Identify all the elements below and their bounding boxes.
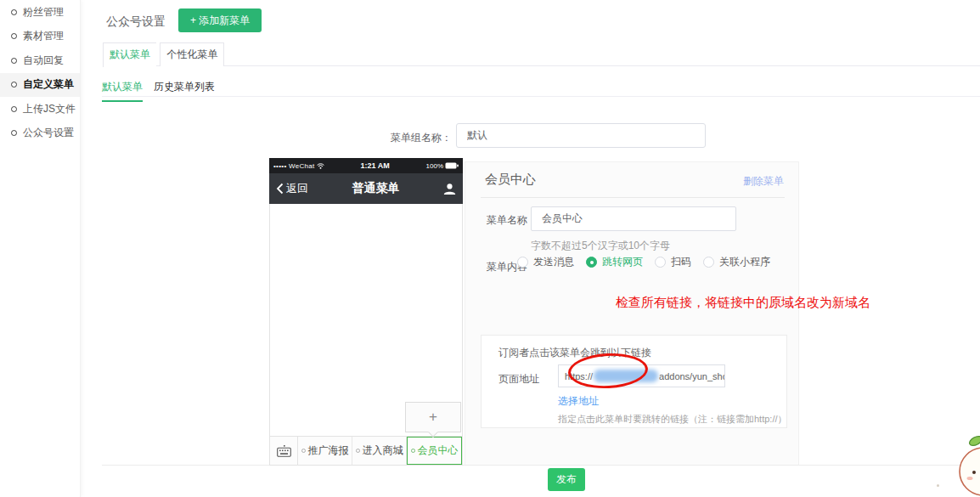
phone-nav-title: 普通菜单 <box>308 181 443 196</box>
battery-percent: 100% <box>426 162 443 170</box>
menu-item-label: 会员中心 <box>418 443 459 458</box>
keyboard-icon <box>277 445 291 457</box>
sidebar-item-label: 上传JS文件 <box>23 102 76 116</box>
menu-name-hint: 字数不超过5个汉字或10个字母 <box>531 239 670 253</box>
radio-scan-code[interactable]: 扫码 <box>655 255 691 269</box>
radio-icon <box>586 257 597 268</box>
phone-nav-bar: 返回 普通菜单 <box>269 173 463 204</box>
menu-dot-icon <box>356 449 360 453</box>
sidebar-item-account-settings[interactable]: 公众号设置 <box>0 121 80 146</box>
link-settings-box: 订阅者点击该菜单会跳到以下链接 页面地址 https:// addons/yun… <box>481 335 787 428</box>
url-suffix: addons/yun_shop/? <box>659 371 725 381</box>
carrier-label: ••••• WeChat <box>273 162 324 170</box>
sidebar-item-custom-menu[interactable]: 自定义菜单 <box>0 73 80 98</box>
page-url-input[interactable]: https:// addons/yun_shop/? <box>558 364 725 387</box>
wifi-icon <box>317 163 324 169</box>
subnav-divider <box>102 96 980 97</box>
sidebar-item-label: 公众号设置 <box>23 126 74 140</box>
add-submenu-button[interactable]: + <box>405 402 461 432</box>
user-icon <box>443 183 456 195</box>
publish-button[interactable]: 发布 <box>548 468 585 491</box>
circle-bullet-icon <box>11 106 17 112</box>
delete-menu-link[interactable]: 删除菜单 <box>743 174 784 189</box>
sidebar-item-upload-js[interactable]: 上传JS文件 <box>0 97 80 121</box>
speck <box>937 484 939 487</box>
radio-label: 发送消息 <box>533 255 574 269</box>
radio-label: 扫码 <box>671 255 691 269</box>
sidebar-item-auto-reply[interactable]: 自动回复 <box>0 48 80 73</box>
clock-label: 1:21 AM <box>324 161 426 170</box>
menu-item-poster[interactable]: 推广海报 <box>298 437 352 465</box>
back-label: 返回 <box>286 181 308 196</box>
sidebar-item-fans[interactable]: 粉丝管理 <box>0 0 80 25</box>
url-prefix: https:// <box>565 371 593 381</box>
back-button: 返回 <box>276 181 308 196</box>
radio-label: 跳转网页 <box>602 255 643 269</box>
mascot-widget[interactable] <box>953 430 980 497</box>
radio-send-message[interactable]: 发送消息 <box>517 255 574 269</box>
phone-preview: ••••• WeChat 1:21 AM 100% 返回 普通菜单 <box>269 158 463 466</box>
menu-item-member-center[interactable]: 会员中心 <box>407 437 462 465</box>
menu-content-options: 发送消息 跳转网页 扫码 关联小程序 <box>517 255 782 269</box>
phone-menu-bar: 推广海报 进入商城 会员中心 <box>269 436 463 466</box>
mascot-head <box>960 448 980 495</box>
sidebar-item-label: 自定义菜单 <box>23 77 74 92</box>
menu-editor-panel: 会员中心 删除菜单 菜单名称 字数不超过5个汉字或10个字母 菜单内容 发送消息… <box>465 161 799 466</box>
radio-label: 关联小程序 <box>719 255 770 269</box>
sidebar-item-material[interactable]: 素材管理 <box>0 25 80 49</box>
redacted-domain <box>594 370 658 382</box>
keyboard-toggle <box>270 437 298 465</box>
radio-jump-webpage[interactable]: 跳转网页 <box>586 255 643 269</box>
menu-name-label: 菜单名称 <box>487 213 527 228</box>
circle-bullet-icon <box>11 82 17 88</box>
link-box-title: 订阅者点击该菜单会跳到以下链接 <box>498 346 651 360</box>
menu-name-input[interactable] <box>531 206 736 231</box>
url-hint: 指定点击此菜单时要跳转的链接（注：链接需加http://） <box>558 413 787 426</box>
battery-indicator: 100% <box>426 162 459 170</box>
footer-divider <box>102 465 980 466</box>
battery-icon <box>445 162 459 169</box>
tab-bar: 默认菜单 个性化菜单 <box>103 42 980 66</box>
menu-item-label: 推广海报 <box>308 443 349 458</box>
add-new-menu-button[interactable]: + 添加新菜单 <box>178 8 262 32</box>
chevron-left-icon <box>276 183 284 195</box>
subtab-history-menu-list[interactable]: 历史菜单列表 <box>154 80 215 100</box>
circle-bullet-icon <box>11 58 17 64</box>
sidebar-item-label: 素材管理 <box>23 29 64 43</box>
sidebar-item-label: 自动回复 <box>23 54 64 68</box>
radio-icon <box>655 257 666 268</box>
menu-item-label: 进入商城 <box>363 443 403 458</box>
sidebar-item-label: 粉丝管理 <box>23 5 64 20</box>
circle-bullet-icon <box>11 33 17 39</box>
subtab-default-menu[interactable]: 默认菜单 <box>102 80 143 102</box>
menu-group-name-label: 菜单组名称： <box>371 131 452 145</box>
page-url-label: 页面地址 <box>498 372 539 387</box>
editor-divider <box>481 197 785 198</box>
page-title: 公众号设置 <box>106 14 166 30</box>
radio-icon <box>703 257 714 268</box>
sprout-leaves <box>968 432 980 448</box>
editor-title: 会员中心 <box>485 172 536 188</box>
radio-icon <box>517 257 528 268</box>
sidebar: 粉丝管理 素材管理 自动回复 自定义菜单 上传JS文件 公众号设置 <box>0 0 81 497</box>
tab-personalized-menu[interactable]: 个性化菜单 <box>160 42 224 66</box>
menu-dot-icon <box>411 449 415 453</box>
circle-bullet-icon <box>11 130 17 136</box>
annotation-text: 检查所有链接，将链接中的原域名改为新域名 <box>616 295 870 311</box>
phone-status-bar: ••••• WeChat 1:21 AM 100% <box>269 158 463 173</box>
carrier-text: ••••• WeChat <box>273 162 315 170</box>
radio-mini-program[interactable]: 关联小程序 <box>703 255 770 269</box>
menu-item-mall[interactable]: 进入商城 <box>352 437 407 465</box>
plus-icon: + <box>429 409 437 426</box>
menu-dot-icon <box>301 449 306 453</box>
circle-bullet-icon <box>11 9 17 15</box>
tab-default-menu[interactable]: 默认菜单 <box>103 42 156 67</box>
choose-address-link[interactable]: 选择地址 <box>558 394 599 409</box>
menu-group-name-input[interactable] <box>456 123 706 148</box>
